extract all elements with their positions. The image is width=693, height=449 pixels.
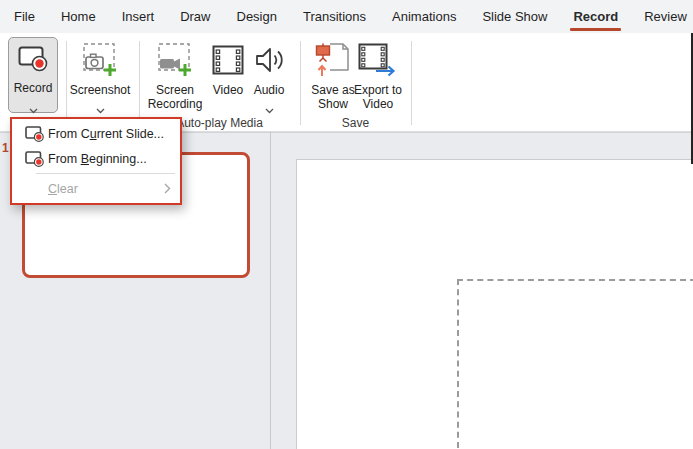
- tab-home[interactable]: Home: [61, 0, 96, 33]
- record-slide-icon: [22, 126, 48, 142]
- record-button[interactable]: Record: [8, 37, 58, 113]
- tab-design[interactable]: Design: [237, 0, 277, 33]
- slides-panel-divider: [270, 132, 271, 449]
- chevron-down-icon[interactable]: [96, 100, 105, 118]
- record-slide-icon: [22, 151, 48, 167]
- ribbon-separator: [300, 41, 301, 125]
- screen-recording-icon: [155, 39, 195, 81]
- export-to-video-button-label: Export to Video: [352, 83, 404, 111]
- video-icon: [212, 39, 244, 81]
- video-button[interactable]: Video: [204, 39, 252, 127]
- menu-bar: File Home Insert Draw Design Transitions…: [0, 0, 693, 33]
- menu-item-label: From Beginning...: [48, 152, 147, 166]
- screenshot-icon: [80, 39, 120, 81]
- screen-recording-button-label: Screen Recording: [142, 83, 208, 111]
- group-label-save: Save: [300, 116, 411, 130]
- screenshot-button-label: Screenshot: [70, 83, 131, 97]
- tab-transitions[interactable]: Transitions: [303, 0, 366, 33]
- record-dropdown-menu: From Current Slide... From Beginning... …: [10, 117, 182, 205]
- tab-review[interactable]: Review: [644, 0, 687, 33]
- video-button-label: Video: [213, 83, 243, 97]
- menu-item-from-current-slide[interactable]: From Current Slide...: [12, 121, 180, 146]
- chevron-right-icon: [164, 183, 171, 194]
- tab-record[interactable]: Record: [573, 0, 618, 33]
- menu-item-clear[interactable]: Clear: [12, 176, 180, 201]
- screenshot-button[interactable]: Screenshot: [68, 39, 132, 127]
- ribbon-separator: [139, 41, 140, 125]
- record-icon: [18, 46, 48, 76]
- menu-item-label: From Current Slide...: [48, 127, 164, 141]
- slide-editing-area[interactable]: [296, 159, 693, 449]
- save-as-show-icon: [314, 39, 352, 81]
- tab-slide-show[interactable]: Slide Show: [482, 0, 547, 33]
- record-button-label: Record: [14, 81, 53, 95]
- menu-separator: [36, 173, 175, 174]
- ribbon-separator: [411, 41, 412, 125]
- audio-icon: [254, 39, 284, 81]
- chevron-down-icon[interactable]: [29, 100, 38, 118]
- audio-button[interactable]: Audio: [246, 39, 292, 127]
- ribbon-separator: [66, 41, 67, 125]
- slide-placeholder[interactable]: [457, 279, 693, 449]
- menu-item-label: Clear: [48, 182, 78, 196]
- tab-draw[interactable]: Draw: [180, 0, 210, 33]
- menu-item-from-beginning[interactable]: From Beginning...: [12, 146, 180, 171]
- screen-recording-button[interactable]: Screen Recording: [142, 39, 208, 127]
- tab-insert[interactable]: Insert: [122, 0, 155, 33]
- export-to-video-button[interactable]: Export to Video: [352, 39, 404, 127]
- tab-file[interactable]: File: [14, 0, 35, 33]
- slide-number: 1: [2, 141, 9, 155]
- tab-animations[interactable]: Animations: [392, 0, 456, 33]
- audio-button-label: Audio: [254, 83, 285, 97]
- export-to-video-icon: [358, 39, 398, 81]
